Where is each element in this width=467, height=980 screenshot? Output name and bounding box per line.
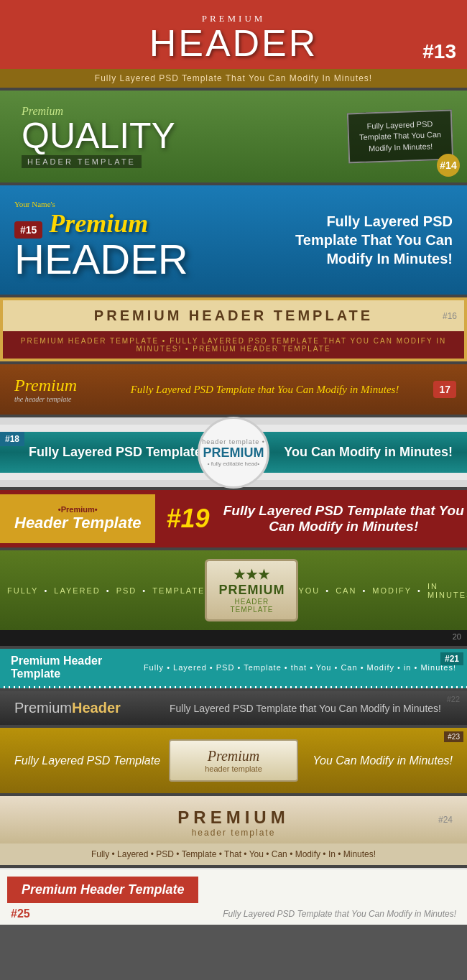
t22-right: Fully Layered PSD Template that You Can … — [158, 703, 453, 714]
t13-sub: Fully Layered PSD Template That You Can … — [0, 69, 467, 88]
t20-number: 20 — [0, 630, 467, 643]
template-20-wrapper: FULLY • LAYERED • PSD • TEMPLATE ★★★PREM… — [0, 550, 467, 646]
t18-badge-main: PREMIUM — [203, 445, 264, 461]
template-21: Premium Header Template Fully • Layered … — [0, 649, 467, 686]
template-18: #18 Fully Layered PSD Template header te… — [0, 417, 467, 487]
t15-right: Fully Layered PSD Template That You Can … — [295, 212, 453, 268]
t23-script: Premium — [185, 748, 282, 764]
t18-right: You Can Modify in Minutes! — [241, 445, 453, 460]
t19-right: Fully Layered PSD Template that You Can … — [221, 503, 467, 535]
t25-bottom: #25 Fully Layered PSD Template that You … — [0, 903, 467, 925]
template-13: PREMIUM HEADER #13 — [0, 0, 467, 69]
t24-title: PREMIUM — [14, 808, 453, 828]
template-22: PremiumHeader Fully Layered PSD Template… — [0, 691, 467, 725]
t15-your-names: Your Name's — [14, 200, 295, 208]
t15-left: Your Name's #15 Premium HEADER — [14, 200, 295, 280]
t23-number: #23 — [444, 731, 463, 742]
t24-top: PREMIUM header template #24 — [0, 796, 467, 843]
t17-premium: Premium — [14, 376, 77, 394]
t20-badge-sub: HEADER TEMPLATE — [218, 598, 285, 614]
t25-header: Premium Header Template — [7, 877, 198, 903]
t18-ribbon: #18 Fully Layered PSD Template header te… — [0, 432, 467, 473]
t24-sub: header template — [14, 828, 453, 838]
t17-center: Fully Layered PSD Template that You Can … — [77, 384, 453, 396]
template-17: Premium the header template Fully Layere… — [0, 364, 467, 415]
t13-number: #13 — [422, 40, 456, 63]
t18-num: #18 — [0, 432, 24, 446]
t14-badge-line3: Modify In Minutes! — [359, 141, 442, 154]
t14-badge: Fully Layered PSD Template That You Can … — [347, 109, 454, 163]
t18-badge: header template • PREMIUM • fully editab… — [198, 417, 269, 489]
t23-sub: header template — [185, 764, 282, 773]
t16-title: PREMIUM HEADER TEMPLATE — [10, 308, 457, 324]
template-21-wrapper: Premium Header Template Fully • Layered … — [0, 649, 467, 688]
t17-number: 17 — [433, 381, 456, 398]
t21-left: Premium Header Template — [11, 655, 144, 680]
template-16: PREMIUM HEADER TEMPLATE #16 Premium Head… — [0, 297, 467, 361]
t25-title: Premium Header Template — [22, 882, 184, 897]
t15-premium: Premium — [49, 208, 148, 239]
t19-main: Header Template — [14, 514, 141, 532]
t13-main: HEADER — [7, 24, 460, 62]
t22-left: PremiumHeader — [14, 700, 158, 716]
t20-left-nav: FULLY • LAYERED • PSD • TEMPLATE — [7, 586, 205, 595]
template-24: PREMIUM header template #24 Fully • Laye… — [0, 796, 467, 865]
t25-num: #25 — [11, 907, 30, 920]
t14-number: #14 — [437, 154, 460, 177]
t22-header: Header — [72, 700, 121, 716]
t17-left: Premium the header template — [14, 376, 77, 403]
t16-top: PREMIUM HEADER TEMPLATE #16 — [3, 300, 464, 331]
t20-center-badge: ★★★PREMIUM HEADER TEMPLATE — [205, 559, 298, 621]
t19-center-num: #19 — [155, 504, 220, 534]
t21-number: #21 — [440, 652, 463, 665]
t22-premium: Premium — [14, 700, 72, 716]
t18-badge-pre: header template • — [202, 438, 265, 445]
t19-left: •Premium• Header Template — [0, 494, 155, 543]
t15-header: HEADER — [14, 239, 295, 280]
t23-center: Premium header template — [169, 739, 298, 782]
t22-number: #22 — [447, 695, 460, 703]
t18-badge-sub: • fully editable head• — [208, 461, 259, 467]
t23-left: Fully Layered PSD Template — [14, 754, 169, 767]
t24-bottom: Fully • Layered • PSD • Template • That … — [0, 843, 467, 865]
t19-bullet: •Premium• — [14, 505, 141, 514]
template-25: Premium Header Template #25 Fully Layere… — [0, 868, 467, 925]
template-19: •Premium• Header Template #19 Fully Laye… — [0, 490, 467, 547]
t25-tagline: Fully Layered PSD Template that You Can … — [223, 909, 456, 919]
t16-number: #16 — [443, 311, 457, 321]
t20-right-nav: YOU • CAN • MODIFY • IN MINUTES — [298, 582, 467, 599]
template-20: FULLY • LAYERED • PSD • TEMPLATE ★★★PREM… — [0, 550, 467, 630]
template-23: Fully Layered PSD Template Premium heade… — [0, 728, 467, 793]
template-14: Premium QUALITY HEADER TEMPLATE Fully La… — [0, 91, 467, 182]
t16-bottom: Premium Header Template • FULLY LAYERED … — [3, 331, 464, 359]
t20-badge-main: ★★★PREMIUM — [218, 567, 285, 598]
t24-number: #24 — [438, 815, 453, 825]
template-15: Your Name's #15 Premium HEADER Fully Lay… — [0, 185, 467, 295]
t23-right: You Can Modify in Minutes! — [298, 754, 453, 767]
t21-right: Fully • Layered • PSD • Template • that … — [144, 663, 456, 672]
t17-sub: the header template — [14, 395, 77, 403]
t14-sub: HEADER TEMPLATE — [22, 155, 142, 168]
